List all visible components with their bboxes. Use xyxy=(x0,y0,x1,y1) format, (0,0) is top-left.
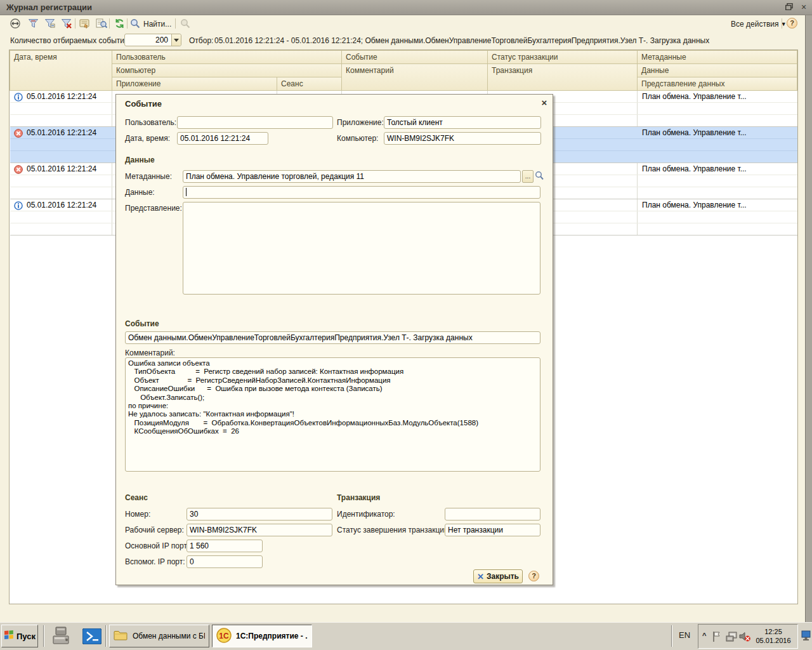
taskbar-divider xyxy=(43,625,44,647)
transaction-section-title: Транзакция xyxy=(337,493,380,502)
dialog-title: Событие xyxy=(125,99,162,109)
session-number-field[interactable]: 30 xyxy=(187,508,332,521)
show-desktop-icon[interactable] xyxy=(801,630,811,644)
event-metadata: План обмена. Управление т... xyxy=(642,92,747,101)
column-header-comment[interactable]: Комментарий xyxy=(341,63,488,91)
window-restore-icon[interactable] xyxy=(783,2,796,13)
close-dialog-button[interactable]: ✕ Закрыть xyxy=(473,569,523,583)
volume-muted-icon[interactable] xyxy=(738,631,751,644)
customize-filter-icon[interactable] xyxy=(42,17,57,30)
folder-icon xyxy=(114,630,128,642)
working-server-label: Рабочий сервер: xyxy=(125,526,184,534)
filter-label: Отбор: xyxy=(189,36,213,45)
set-interval-icon[interactable] xyxy=(8,17,23,30)
refresh-icon[interactable] xyxy=(112,17,127,30)
network-icon[interactable] xyxy=(725,631,738,644)
set-filter-icon[interactable] xyxy=(25,17,41,30)
column-header-computer[interactable]: Компьютер xyxy=(112,63,342,77)
session-section-title: Сеанс xyxy=(125,493,148,502)
metadata-select-button[interactable]: ... xyxy=(522,170,534,183)
server-manager-icon[interactable] xyxy=(52,626,74,648)
user-field[interactable] xyxy=(177,116,333,129)
toolbar-separator xyxy=(175,18,176,29)
task-label: Обмен данными с БП xyxy=(133,632,205,640)
metadata-field[interactable]: План обмена. Управление торговлей, редак… xyxy=(183,170,521,183)
help-icon[interactable]: ? xyxy=(787,18,797,29)
show-hidden-icons-chevron[interactable]: ^ xyxy=(702,632,706,639)
toolbar-separator xyxy=(109,18,110,29)
dialog-help-icon[interactable]: ? xyxy=(528,571,539,581)
column-header-session[interactable]: Сеанс xyxy=(277,77,342,91)
tx-id-label: Идентификатор: xyxy=(337,510,395,519)
column-header-data[interactable]: Данные xyxy=(637,63,797,77)
computer-field[interactable]: WIN-BM9I2SJK7FK xyxy=(384,132,541,145)
column-header-tx-status[interactable]: Статус транзакции xyxy=(487,50,638,64)
clear-filter-icon[interactable] xyxy=(58,17,74,30)
windows-logo-icon xyxy=(4,630,14,642)
1c-logo-icon: 1С xyxy=(216,628,232,645)
event-section-title: Событие xyxy=(125,319,159,328)
column-header-user[interactable]: Пользователь xyxy=(112,50,342,64)
taskbar-task-1c-active[interactable]: 1С 1С:Предприятие - ... xyxy=(212,625,312,647)
taskbar-divider xyxy=(105,625,107,647)
window-right-frame xyxy=(805,15,812,622)
cancel-find-icon[interactable] xyxy=(178,17,193,30)
event-dialog: Событие × Пользователь: Приложение: Толс… xyxy=(115,94,553,585)
search-in-events-icon[interactable] xyxy=(94,17,109,30)
data-section-title: Данные xyxy=(125,156,155,164)
session-number-label: Номер: xyxy=(125,510,150,519)
start-label: Пуск xyxy=(16,632,36,641)
window-close-icon[interactable]: × xyxy=(797,2,810,13)
event-count-label: Количество отбираемых событий: xyxy=(10,36,131,45)
tx-id-field[interactable] xyxy=(445,508,540,521)
close-button-label: Закрыть xyxy=(487,572,519,581)
datetime-label: Дата, время: xyxy=(125,134,170,143)
action-center-flag-icon[interactable] xyxy=(711,630,721,645)
window-title: Журнал регистрации xyxy=(6,3,92,12)
task-label: 1С:Предприятие - ... xyxy=(236,632,308,640)
window-titlebar: Журнал регистрации × xyxy=(0,0,812,15)
all-actions-button[interactable]: Все действия ▼ xyxy=(731,20,787,29)
application-label: Приложение: xyxy=(337,118,384,127)
toolbar-separator xyxy=(127,18,128,29)
system-tray: ^ 12:25 05.01.2016 xyxy=(698,624,798,649)
tx-status-label: Статус завершения транзакции: xyxy=(337,526,450,534)
find-button[interactable]: Найти... xyxy=(143,20,171,29)
tx-status-field[interactable]: Нет транзакции xyxy=(445,524,540,536)
taskbar: Пуск Обмен данными с БП 1С 1С:Предприяти… xyxy=(0,622,812,650)
comment-field[interactable]: Ошибка записи объекта ТипОбъекта = Регис… xyxy=(125,357,540,472)
start-button[interactable]: Пуск xyxy=(1,625,38,647)
column-header-event[interactable]: Событие xyxy=(341,50,488,64)
column-header-data-view[interactable]: Представление данных xyxy=(637,77,797,91)
event-field[interactable]: Обмен данными.ОбменУправлениеТорговлейБу… xyxy=(125,331,540,344)
representation-field[interactable] xyxy=(183,202,540,295)
dialog-close-icon[interactable]: × xyxy=(539,97,550,109)
all-actions-label: Все действия xyxy=(731,20,778,29)
column-header-transaction[interactable]: Транзакция xyxy=(487,63,638,91)
powershell-icon[interactable] xyxy=(82,628,102,646)
find-icon[interactable] xyxy=(129,17,141,30)
tray-time: 12:25 xyxy=(752,627,795,636)
event-datetime: 05.01.2016 12:21:24 xyxy=(27,164,96,173)
aux-ip-port-label: Вспомог. IP порт: xyxy=(125,557,185,566)
user-label: Пользователь: xyxy=(125,118,176,127)
event-datetime: 05.01.2016 12:21:24 xyxy=(27,92,96,101)
computer-label: Компьютер: xyxy=(337,134,378,143)
datetime-field[interactable]: 05.01.2016 12:21:24 xyxy=(177,132,268,145)
metadata-search-icon[interactable] xyxy=(535,171,544,183)
column-header-application[interactable]: Приложение xyxy=(112,77,277,91)
application-field[interactable]: Толстый клиент xyxy=(384,116,541,129)
event-count-dropdown-icon[interactable] xyxy=(171,34,181,46)
tray-clock[interactable]: 12:25 05.01.2016 xyxy=(752,627,795,645)
taskbar-task-folder[interactable]: Обмен данными с БП xyxy=(109,625,209,647)
data-field[interactable] xyxy=(183,186,540,199)
metadata-label: Метаданные: xyxy=(125,172,172,181)
working-server-field[interactable]: WIN-BM9I2SJK7FK xyxy=(187,524,332,536)
column-header-datetime[interactable]: Дата, время xyxy=(10,50,112,91)
main-ip-port-field[interactable]: 1 560 xyxy=(187,540,263,552)
language-indicator[interactable]: EN xyxy=(679,630,690,640)
open-event-icon[interactable] xyxy=(77,17,93,30)
main-ip-port-label: Основной IP порт: xyxy=(125,541,189,550)
column-header-metadata[interactable]: Метаданные xyxy=(637,50,797,64)
aux-ip-port-field[interactable]: 0 xyxy=(187,555,263,568)
